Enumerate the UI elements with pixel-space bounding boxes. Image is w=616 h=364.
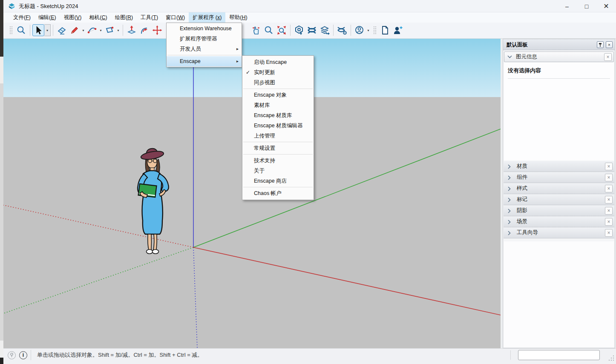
submenu-arrow-icon: ▸: [236, 44, 239, 54]
chevron-right-icon: [508, 164, 511, 169]
new-document-icon[interactable]: [379, 24, 391, 36]
close-button[interactable]: ✕: [596, 0, 616, 12]
menu-window[interactable]: 窗口(W): [162, 12, 189, 23]
rectangle-tool-dropdown[interactable]: ▾: [116, 29, 121, 32]
line-tool[interactable]: [69, 24, 81, 36]
submenu-item-technical-support[interactable]: 技术支持: [242, 155, 314, 166]
line-tool-dropdown[interactable]: ▾: [81, 29, 86, 32]
zoom-extents-tool[interactable]: [276, 24, 288, 36]
add-collaborator-icon[interactable]: [392, 24, 404, 36]
submenu-item-enscape-material-editor[interactable]: Enscape 材质编辑器: [242, 120, 314, 131]
submenu-item-chaos-account[interactable]: Chaos 帐户: [242, 188, 314, 198]
menu-draw[interactable]: 绘图(R): [111, 12, 137, 23]
submenu-item-about[interactable]: 关于: [242, 166, 314, 176]
eraser-tool[interactable]: [56, 24, 68, 36]
submenu-item-asset-library[interactable]: 素材库: [242, 100, 314, 110]
section-close-icon[interactable]: ×: [605, 229, 613, 237]
submenu-item-enscape-objects[interactable]: Enscape 对象: [242, 90, 314, 100]
section-close-icon[interactable]: ×: [605, 218, 613, 226]
pin-icon[interactable]: [597, 41, 604, 48]
account-dropdown[interactable]: ▾: [366, 29, 371, 32]
geolocation-icon[interactable]: [8, 351, 16, 359]
status-bar: i 单击或拖动以选择对象。Shift = 加/减。Ctrl = 加。Shift …: [3, 348, 616, 364]
entity-info-header[interactable]: 图元信息 ×: [504, 52, 614, 62]
panel-section-materials[interactable]: 材质 ×: [504, 161, 614, 172]
chevron-right-icon: [508, 175, 511, 180]
section-close-icon[interactable]: ×: [605, 185, 613, 192]
menu-help[interactable]: 帮助(H): [225, 12, 251, 23]
panel-close-icon[interactable]: ×: [606, 41, 613, 48]
section-label: 标记: [517, 196, 527, 203]
submenu-item-enscape-material-library[interactable]: Enscape 材质库: [242, 110, 314, 120]
entity-info-body: 没有选择内容: [504, 62, 614, 161]
panel-section-scenes[interactable]: 场景 ×: [504, 216, 614, 227]
submenu-item-start-enscape[interactable]: 启动 Enscape: [242, 57, 314, 67]
chevron-down-icon: [507, 55, 512, 58]
zoom-tool-2[interactable]: [263, 24, 275, 36]
submenu-item-upload-management[interactable]: 上传管理: [242, 131, 314, 141]
panel-header[interactable]: 默认面板 ×: [503, 39, 615, 50]
chevron-right-icon: [508, 231, 511, 235]
menu-item-developer[interactable]: 开发人员 ▸: [167, 44, 242, 54]
menu-tools[interactable]: 工具(T): [137, 12, 162, 23]
submenu-item-live-updates[interactable]: ✓ 实时更新: [242, 67, 314, 77]
section-close-icon[interactable]: ×: [605, 207, 613, 215]
zoom-tool[interactable]: [15, 24, 27, 36]
toolbar-drag-handle-2[interactable]: [373, 26, 376, 35]
section-label: 组件: [517, 174, 527, 181]
section-close-icon[interactable]: ×: [605, 174, 613, 181]
menu-view[interactable]: 视图(V): [60, 12, 86, 23]
select-tool-dropdown[interactable]: ▾: [44, 24, 51, 36]
arc-tool-dropdown[interactable]: ▾: [98, 29, 103, 32]
section-close-icon[interactable]: ×: [605, 196, 613, 203]
resize-grip[interactable]: [609, 355, 614, 361]
select-tool[interactable]: [32, 24, 44, 36]
menu-item-enscape[interactable]: Enscape ▸: [167, 56, 242, 66]
submenu-item-general-settings[interactable]: 常规设置: [242, 143, 314, 153]
panel-section-tags[interactable]: 标记 ×: [504, 194, 614, 205]
menu-item-extension-warehouse[interactable]: Extension Warehouse: [167, 23, 242, 34]
section-label: 阴影: [517, 207, 527, 214]
enscape-sync-icon[interactable]: [306, 24, 318, 36]
enscape-settings-icon[interactable]: [336, 24, 348, 36]
rectangle-tool[interactable]: [104, 24, 115, 36]
toolbar-drag-handle[interactable]: [9, 26, 12, 35]
panel-section-shadows[interactable]: 阴影 ×: [504, 205, 614, 216]
enscape-submenu: 启动 Enscape ✓ 实时更新 同步视图 Enscape 对象 素材库 En…: [242, 55, 314, 200]
default-tray-panel: 默认面板 × 图元信息 × 没有选择内容 材质 × 组件 × 样式 ×: [503, 39, 615, 348]
menu-extensions[interactable]: 扩展程序 (x): [189, 12, 225, 23]
submenu-item-enscape-store[interactable]: Enscape 商店: [242, 176, 314, 186]
panel-empty-area: [504, 241, 614, 347]
panel-section-components[interactable]: 组件 ×: [504, 172, 614, 183]
measurement-input[interactable]: [518, 350, 600, 360]
chevron-right-icon: [508, 209, 511, 213]
move-tool[interactable]: [151, 24, 163, 36]
push-pull-tool[interactable]: [126, 24, 138, 36]
panel-section-styles[interactable]: 样式 ×: [504, 183, 614, 194]
offset-tool[interactable]: [138, 24, 150, 36]
minimize-button[interactable]: –: [557, 0, 577, 12]
section-close-icon[interactable]: ×: [605, 163, 613, 170]
arc-tool[interactable]: [86, 24, 98, 36]
chevron-right-icon: [508, 220, 511, 224]
panel-title: 默认面板: [507, 39, 528, 50]
window-title: 无标题 - SketchUp 2024: [19, 0, 78, 12]
menu-bar: 文件(F) 编辑(E) 视图(V) 相机(C) 绘图(R) 工具(T) 窗口(W…: [3, 12, 616, 23]
enscape-batch-export-icon[interactable]: [319, 24, 331, 36]
toolbar: ▾ ▾ ▾ ▾: [3, 23, 616, 39]
menu-file[interactable]: 文件(F): [9, 12, 35, 23]
extensions-dropdown-menu: Extension Warehouse 扩展程序管理器 开发人员 ▸ Ensca…: [166, 23, 242, 67]
info-icon[interactable]: i: [19, 351, 27, 359]
pan-tool[interactable]: [250, 24, 262, 36]
entity-info-close-icon[interactable]: ×: [604, 53, 612, 61]
menu-camera[interactable]: 相机(C): [85, 12, 111, 23]
chevron-right-icon: [508, 198, 511, 202]
menu-item-extension-manager[interactable]: 扩展程序管理器: [167, 34, 242, 44]
maximize-button[interactable]: □: [577, 0, 596, 12]
panel-section-instructor[interactable]: 工具向导 ×: [504, 227, 614, 238]
menu-edit[interactable]: 编辑(E): [35, 12, 60, 23]
account-icon[interactable]: [354, 24, 366, 36]
enscape-objects-icon[interactable]: [293, 24, 305, 36]
submenu-item-sync-views[interactable]: 同步视图: [242, 77, 314, 88]
scale-figure[interactable]: [138, 146, 169, 254]
